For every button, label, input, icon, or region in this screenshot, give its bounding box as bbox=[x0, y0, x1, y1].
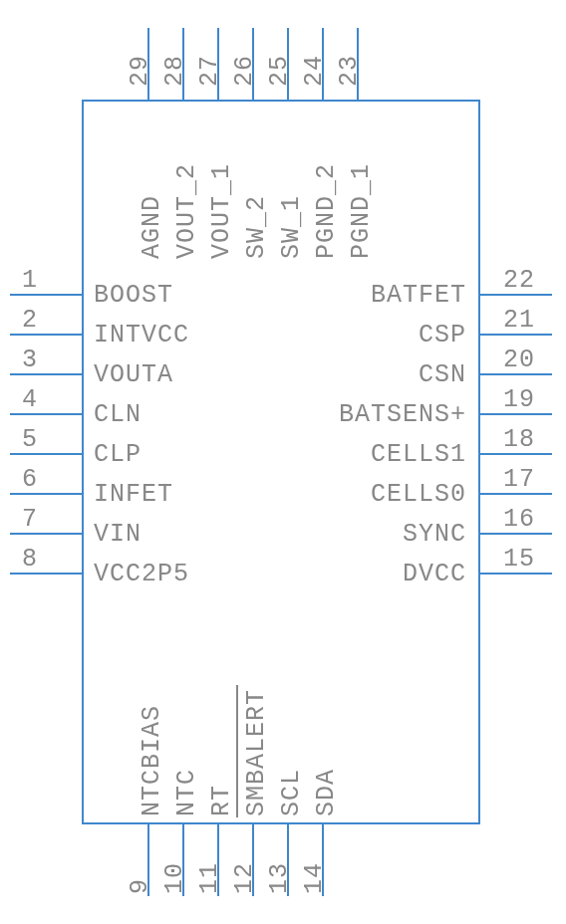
pin-num-4: 4 bbox=[22, 385, 38, 414]
pin-name-12: SMBALERT bbox=[242, 689, 271, 816]
pin-name-10: NTC bbox=[172, 769, 201, 816]
pin-num-28: 28 bbox=[160, 55, 189, 87]
pin-lead-8 bbox=[10, 573, 82, 575]
pin-lead-2 bbox=[10, 334, 82, 336]
pin-name-23: PGND_1 bbox=[347, 163, 376, 259]
pin-num-9: 9 bbox=[126, 878, 154, 894]
pin-name-26: SW_2 bbox=[242, 195, 271, 259]
pin-num-13: 13 bbox=[265, 862, 294, 894]
pin-name-20: CSN bbox=[249, 360, 466, 389]
pin-name-19: BATSENS+ bbox=[249, 400, 466, 429]
pin-lead-3 bbox=[10, 373, 82, 375]
pin-lead-1 bbox=[10, 294, 82, 296]
ic-symbol: { "pins": { "left": [ { "num": "1", "nam… bbox=[0, 0, 566, 924]
pin-num-1: 1 bbox=[22, 266, 38, 295]
pin-name-7: VIN bbox=[94, 520, 142, 549]
pin-name-18: CELLS1 bbox=[249, 440, 466, 469]
pin-name-5: CLP bbox=[94, 440, 142, 469]
pin-num-5: 5 bbox=[22, 425, 38, 454]
pin-name-16: SYNC bbox=[249, 520, 466, 549]
pin-num-18: 18 bbox=[490, 425, 535, 454]
pin-name-24: PGND_2 bbox=[312, 163, 341, 259]
pin-num-20: 20 bbox=[490, 346, 535, 374]
pin-num-25: 25 bbox=[265, 55, 294, 87]
pin-name-14: SDA bbox=[312, 769, 341, 816]
pin-name-9: NTCBIAS bbox=[138, 705, 166, 816]
pin-num-12: 12 bbox=[230, 862, 259, 894]
pin-name-6: INFET bbox=[94, 480, 173, 509]
pin-name-28: VOUT_2 bbox=[172, 163, 201, 259]
pin-num-21: 21 bbox=[490, 306, 535, 335]
pin-lead-5 bbox=[10, 453, 82, 455]
pin-num-27: 27 bbox=[195, 55, 224, 87]
pin-lead-4 bbox=[10, 413, 82, 415]
pin-num-23: 23 bbox=[335, 55, 364, 87]
pin-num-8: 8 bbox=[22, 545, 38, 574]
pin-name-8: VCC2P5 bbox=[94, 560, 189, 588]
pin-name-25: SW_1 bbox=[277, 195, 306, 259]
pin-name-22: BATFET bbox=[249, 281, 466, 310]
pin-name-21: CSP bbox=[249, 321, 466, 349]
pin-num-22: 22 bbox=[490, 266, 535, 295]
pin-num-26: 26 bbox=[230, 55, 259, 87]
pin-name-4: CLN bbox=[94, 400, 142, 429]
pin-name-15: DVCC bbox=[249, 560, 466, 588]
pin-name-27: VOUT_1 bbox=[207, 163, 236, 259]
pin-num-11: 11 bbox=[195, 862, 224, 894]
pin-num-2: 2 bbox=[22, 306, 38, 335]
pin-num-16: 16 bbox=[490, 505, 535, 534]
pin-name-2: INTVCC bbox=[94, 321, 189, 349]
pin-name-11: RT bbox=[207, 785, 236, 816]
pin-num-10: 10 bbox=[160, 862, 189, 894]
pin-num-19: 19 bbox=[490, 385, 535, 414]
pin-name-17: CELLS0 bbox=[249, 480, 466, 509]
pin-num-14: 14 bbox=[300, 862, 329, 894]
pin-name-13: SCL bbox=[277, 769, 306, 816]
pin-num-3: 3 bbox=[22, 346, 38, 374]
pin-name-1: BOOST bbox=[94, 281, 173, 310]
pin-num-17: 17 bbox=[490, 465, 535, 494]
pin-lead-6 bbox=[10, 493, 82, 495]
pin-num-15: 15 bbox=[490, 545, 535, 574]
pin-num-29: 29 bbox=[126, 55, 154, 87]
pin-name-29: AGND bbox=[138, 195, 166, 259]
pin-num-6: 6 bbox=[22, 465, 38, 494]
pin-num-24: 24 bbox=[300, 55, 329, 87]
pin-lead-7 bbox=[10, 533, 82, 535]
pin-num-7: 7 bbox=[22, 505, 38, 534]
smbalert-overline bbox=[236, 685, 238, 817]
pin-name-3: VOUTA bbox=[94, 360, 173, 389]
